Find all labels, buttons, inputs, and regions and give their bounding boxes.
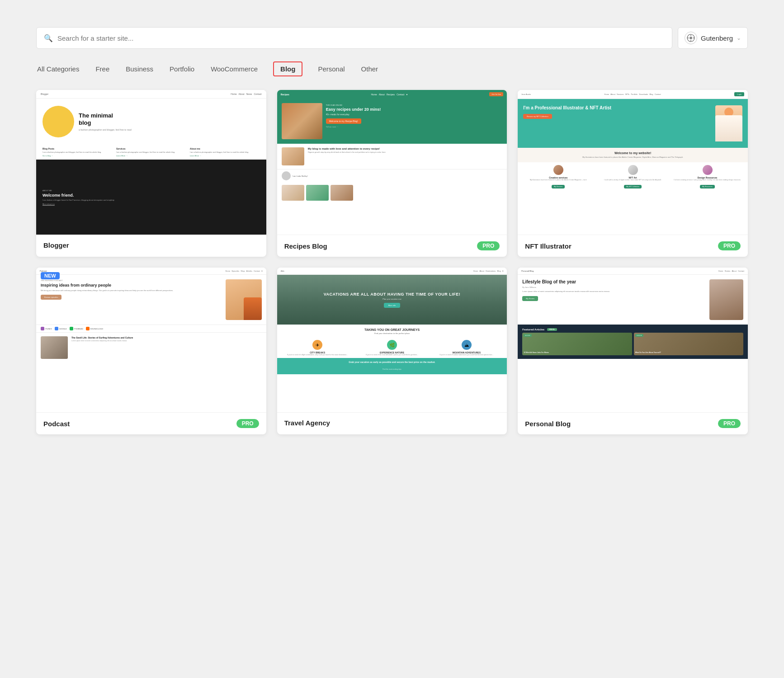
blogger-circle: [43, 106, 74, 137]
podcast-nav: Podcast Home Episodes Shop Articles Cont…: [36, 268, 266, 275]
recipes-nav: Recipes Home About Recipes Contact ♥ Joi…: [277, 90, 507, 99]
svg-point-2: [690, 35, 691, 36]
card-nft[interactable]: Jane Austin Home About Services NFTs Por…: [518, 90, 748, 257]
chevron-down-icon: ⌄: [737, 35, 741, 41]
card-podcast-title: Podcast: [43, 420, 70, 428]
card-travel-preview: Zele Home About Destinations Blog ♥ VACA…: [277, 268, 507, 412]
card-blogger-footer: Blogger: [36, 235, 266, 255]
card-travel-title: Travel Agency: [284, 419, 330, 427]
nft-nav: Jane Austin Home About Services NFTs Por…: [518, 90, 748, 99]
card-podcast-pro-badge: PRO: [236, 419, 259, 428]
card-recipes-footer: Recipes Blog PRO: [277, 235, 507, 257]
category-woocommerce[interactable]: WooCommerce: [210, 62, 259, 75]
card-podcast-footer: Podcast PRO: [36, 412, 266, 434]
search-icon: 🔍: [44, 34, 53, 42]
card-blogger-preview: Blogger Home About News Contact The mini…: [36, 90, 266, 235]
svg-point-4: [688, 38, 689, 38]
card-personal-blog-title: Personal Blog: [525, 420, 571, 428]
travel-nav: Zele Home About Destinations Blog ♥: [277, 268, 507, 275]
category-other[interactable]: Other: [360, 62, 379, 75]
card-nft-title: NFT Illustrator: [525, 242, 571, 250]
card-nft-footer: NFT Illustrator PRO: [518, 235, 748, 257]
card-blogger-title: Blogger: [43, 241, 69, 249]
category-free[interactable]: Free: [94, 62, 110, 75]
builder-selector[interactable]: Gutenberg ⌄: [678, 27, 748, 49]
card-podcast[interactable]: NEW Podcast Home Episodes Shop Articles …: [36, 268, 266, 434]
card-personal-blog-pro-badge: PRO: [718, 419, 741, 428]
search-bar[interactable]: 🔍: [36, 27, 672, 49]
card-podcast-preview: NEW Podcast Home Episodes Shop Articles …: [36, 268, 266, 412]
search-input[interactable]: [57, 34, 665, 42]
card-travel-footer: Travel Agency: [277, 412, 507, 433]
card-recipes-pro-badge: PRO: [477, 241, 500, 250]
svg-point-1: [690, 37, 692, 39]
card-blogger[interactable]: Blogger Home About News Contact The mini…: [36, 90, 266, 257]
card-travel[interactable]: Zele Home About Destinations Blog ♥ VACA…: [277, 268, 507, 434]
card-recipes-preview: Recipes Home About Recipes Contact ♥ Joi…: [277, 90, 507, 235]
card-personal-blog-preview: Personal Blog Home Stories About Contact…: [518, 268, 748, 412]
search-row: 🔍 Gutenberg ⌄: [36, 27, 748, 49]
card-personal-blog[interactable]: Personal Blog Home Stories About Contact…: [518, 268, 748, 434]
card-personal-blog-footer: Personal Blog PRO: [518, 412, 748, 434]
blogger-nav: Blogger Home About News Contact: [36, 90, 266, 99]
categories-row: All Categories Free Business Portfolio W…: [36, 61, 748, 76]
builder-logo: [685, 32, 697, 44]
builder-name: Gutenberg: [701, 34, 733, 42]
category-blog[interactable]: Blog: [273, 61, 302, 76]
category-business[interactable]: Business: [125, 62, 154, 75]
card-recipes-title: Recipes Blog: [284, 242, 327, 250]
category-portfolio[interactable]: Portfolio: [169, 62, 195, 75]
card-recipes[interactable]: Recipes Home About Recipes Contact ♥ Joi…: [277, 90, 507, 257]
card-nft-preview: Jane Austin Home About Services NFTs Por…: [518, 90, 748, 235]
svg-point-3: [690, 40, 691, 41]
podcast-new-badge: NEW: [41, 272, 60, 279]
svg-point-5: [693, 38, 694, 38]
card-nft-pro-badge: PRO: [718, 241, 741, 250]
templates-grid: Blogger Home About News Contact The mini…: [36, 90, 748, 434]
category-all[interactable]: All Categories: [36, 62, 80, 75]
category-personal[interactable]: Personal: [317, 62, 345, 75]
personal-nav: Personal Blog Home Stories About Contact: [518, 268, 748, 275]
